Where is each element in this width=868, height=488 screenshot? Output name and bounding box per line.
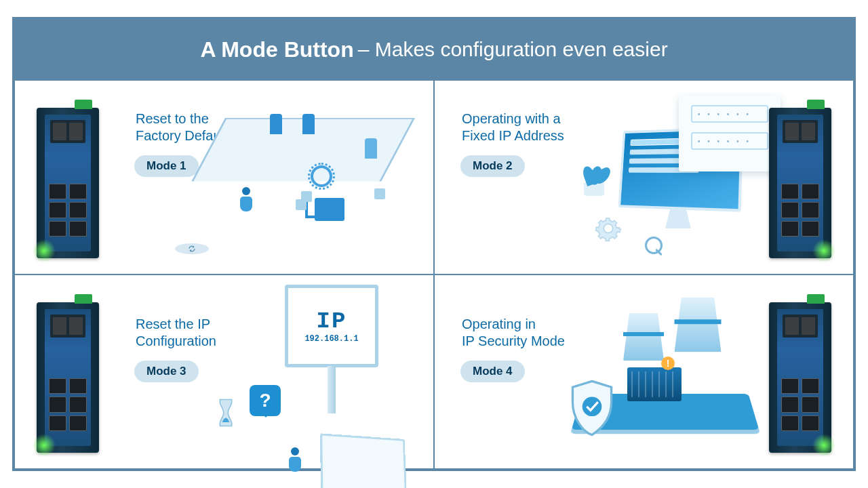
ip-sign-big: IP xyxy=(317,308,347,334)
login-card: • • • • • • • • • • • • xyxy=(679,96,781,171)
warning-icon: ! xyxy=(661,357,675,370)
mode-3-badge: Mode 3 xyxy=(134,361,199,382)
login-field-1: • • • • • • xyxy=(691,105,768,123)
switch-device xyxy=(769,302,831,453)
cooling-tower xyxy=(675,298,722,369)
cooling-tower xyxy=(623,313,664,375)
mode-2-title: Operating with aFixed IP Address xyxy=(462,110,564,144)
header-bar: A Mode Button – Makes configuration even… xyxy=(14,19,854,80)
question-mark: ? xyxy=(259,390,271,411)
mode-4-cell: Operating inIP Security Mode Mode 4 ! xyxy=(434,274,854,469)
diagram-frame: A Mode Button – Makes configuration even… xyxy=(12,17,856,471)
factory-illustration xyxy=(225,118,415,233)
person-icon xyxy=(288,447,302,477)
mode-grid: Reset to theFactory Default Mode 1 xyxy=(14,80,854,469)
magnifier-icon xyxy=(645,237,664,256)
plant-icon xyxy=(577,162,611,196)
question-bubble: ? xyxy=(250,385,281,416)
mode-4-badge: Mode 4 xyxy=(460,361,525,382)
mode-1-cell: Reset to theFactory Default Mode 1 xyxy=(14,80,434,274)
gear-icon xyxy=(595,215,622,242)
refresh-icon xyxy=(175,243,209,254)
mode-3-title: Reset the IPConfiguration xyxy=(136,316,216,350)
mode-3-cell: Reset the IPConfiguration Mode 3 IP 192.… xyxy=(14,274,434,469)
shield-icon xyxy=(568,378,616,438)
header-title-light: – Makes configuration even easier xyxy=(358,38,668,61)
switch-device xyxy=(37,302,99,453)
login-field-2: • • • • • • xyxy=(691,132,768,150)
mode-2-cell: Operating with aFixed IP Address Mode 2 … xyxy=(434,80,854,274)
header-title-bold: A Mode Button xyxy=(200,37,353,62)
mode-4-title: Operating inIP Security Mode xyxy=(462,316,565,350)
ip-sign-small: 192.168.1.1 xyxy=(304,334,358,344)
svg-point-0 xyxy=(583,397,602,417)
mode-1-badge: Mode 1 xyxy=(134,155,199,177)
hourglass-icon xyxy=(217,397,235,428)
ip-sign: IP 192.168.1.1 xyxy=(285,285,378,413)
switch-device xyxy=(37,108,99,258)
building xyxy=(627,367,682,401)
mode-2-badge: Mode 2 xyxy=(460,155,525,177)
laptop-illustration xyxy=(323,438,425,488)
switch-device xyxy=(769,108,831,258)
